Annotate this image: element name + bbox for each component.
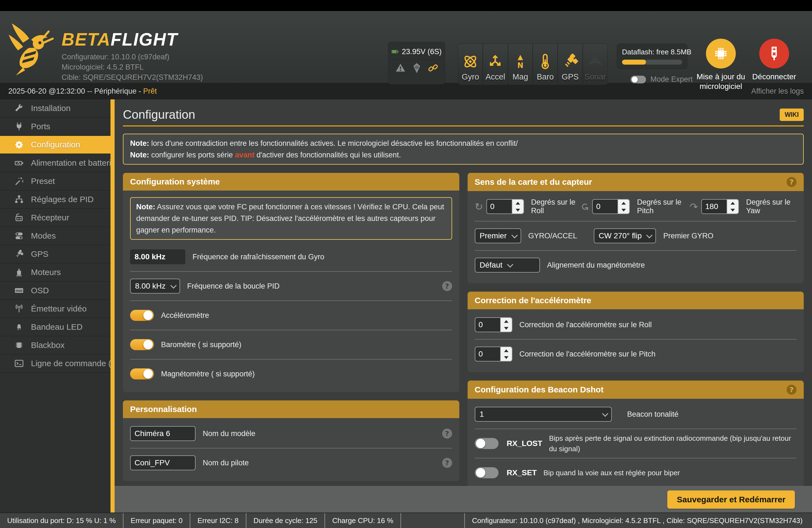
barometer-toggle[interactable] [130, 339, 154, 350]
help-icon[interactable]: ? [442, 281, 452, 291]
sidebar-item-label: Modes [31, 231, 56, 240]
led-icon [14, 322, 24, 332]
panel-header: Configuration système [123, 173, 459, 191]
gyro-frequency-row: 8.00 kHz Fréquence de rafraîchissement d… [130, 243, 452, 272]
stepper-arrows[interactable] [618, 200, 629, 214]
sidebar-item-cli[interactable]: Ligne de commande (CLI) [0, 355, 111, 373]
sidebar-item-led-strip[interactable]: Bandeau LED [0, 318, 111, 336]
usb-disconnect-icon [766, 46, 782, 62]
sidebar-item-receiver[interactable]: Récepteur [0, 209, 111, 227]
disconnect-button[interactable]: Déconnecter [742, 39, 806, 82]
stepper-arrows[interactable] [512, 200, 523, 214]
stepper-arrows[interactable] [727, 200, 738, 214]
note-line-2: Note: configurer les ports série avant d… [130, 149, 797, 161]
firmware-version: Micrologiciel: 4.5.2 BTFL [62, 62, 203, 72]
gps-icon [562, 53, 579, 70]
warning-icon[interactable] [395, 62, 406, 73]
app-header: BETAFLIGHT Configurateur: 10.10.0 (c97de… [0, 11, 812, 83]
sidebar-item-ports[interactable]: Ports [0, 118, 111, 136]
roll-degrees-stepper[interactable]: 0 [487, 199, 524, 214]
first-gyro-select[interactable]: CW 270° flip [594, 229, 656, 243]
sidebar-item-blackbox[interactable]: Blackbox [0, 336, 111, 355]
beacon-rx-set-toggle[interactable] [475, 467, 498, 478]
link-icon[interactable] [427, 62, 439, 73]
betaflight-logo: BETAFLIGHT Configurateur: 10.10.0 (c97de… [8, 22, 203, 83]
plug-icon [14, 122, 24, 131]
sidebar-item-pid-tuning[interactable]: Réglages de PID [0, 191, 111, 209]
accel-trim-roll-row: 0 Correction de l'accéléromètre sur le R… [475, 310, 797, 340]
sidebar-item-label: Preset [31, 176, 55, 186]
gear-icon [14, 140, 24, 149]
svg-text:N: N [517, 61, 523, 70]
baro-icon [537, 53, 554, 70]
sidebar-item-label: Émetteur vidéo [31, 304, 87, 313]
help-icon[interactable]: ? [442, 458, 452, 468]
accelerometer-toggle[interactable] [130, 310, 154, 321]
wiki-button[interactable]: WIKI [780, 108, 804, 121]
gyro-alignment-row: Premier GYRO/ACCEL CW 270° flip Premier … [475, 221, 797, 251]
mag-alignment-select[interactable]: Défaut [475, 258, 540, 273]
beacon-tone-select[interactable]: 1 [475, 407, 612, 422]
accel-trim-pitch-stepper[interactable]: 0 [475, 347, 512, 362]
chevron-down-icon [511, 232, 518, 239]
gyro-icon [462, 53, 479, 70]
firmware-flasher-circle[interactable] [706, 39, 736, 69]
battery-icon [392, 47, 398, 57]
dshot-beacon-panel: Configuration des Beacon Dshot? 1 Beacon… [468, 381, 804, 487]
support-icon[interactable] [411, 62, 422, 73]
disconnect-circle[interactable] [759, 39, 789, 69]
pitch-degrees-stepper[interactable]: 0 [592, 199, 630, 214]
help-icon[interactable]: ? [787, 385, 797, 395]
sidebar-item-osd[interactable]: OSD OSD [0, 282, 111, 300]
sidebar-resize-divider[interactable] [111, 99, 115, 513]
help-icon[interactable]: ? [787, 177, 797, 187]
pilot-name-input[interactable] [130, 455, 195, 470]
help-icon[interactable]: ? [442, 429, 452, 439]
personalization-panel: Personnalisation Nom du modèle ? Nom du … [123, 400, 459, 481]
motor-icon [14, 268, 24, 277]
accelerometer-trim-panel: Correction de l'accéléromètre 0 Correcti… [468, 292, 804, 372]
gyro-accel-select[interactable]: Premier [475, 229, 521, 243]
logo-beta: BETA [62, 30, 111, 49]
sidebar-item-video-transmitter[interactable]: Émetteur vidéo [0, 300, 111, 318]
sidebar-item-configuration[interactable]: Configuration [0, 136, 111, 154]
sidebar-item-gps[interactable]: GPS [0, 245, 111, 263]
receiver-icon [14, 213, 24, 222]
dataflash-progress-fill [622, 60, 646, 64]
main-scroll-area[interactable]: Configuration WIKI Note: lors d'une cont… [115, 99, 812, 487]
beacon-rx-lost-toggle[interactable] [475, 438, 498, 449]
sensor-baro: Baro [533, 44, 558, 85]
sidebar-item-motors[interactable]: Moteurs [0, 263, 111, 282]
system-note-box: Note: Assurez vous que votre FC peut fon… [130, 197, 452, 240]
sensor-sonar-label: Sonar [584, 72, 606, 82]
chip-icon [14, 340, 24, 350]
svg-text:OSD: OSD [15, 289, 23, 292]
left-column: Configuration système Note: Assurez vous… [123, 173, 459, 487]
model-name-input[interactable] [130, 426, 195, 441]
sidebar-item-label: Moteurs [31, 268, 61, 277]
accel-trim-roll-stepper[interactable]: 0 [475, 317, 512, 332]
gyro-frequency-value: 8.00 kHz [130, 249, 185, 264]
sensor-accel-label: Accel [485, 72, 505, 82]
sidebar-item-power-battery[interactable]: Alimentation et batterie [0, 154, 111, 172]
show-logs-button[interactable]: Afficher les logs [751, 87, 804, 96]
logo-text: BETAFLIGHT Configurateur: 10.10.0 (c97de… [62, 22, 203, 83]
footer-version-info: Configurateur: 10.10.0 (c97deaf) , Micro… [464, 513, 812, 528]
sidebar-item-preset[interactable]: Preset [0, 172, 111, 191]
sidebar-item-installation[interactable]: Installation [0, 99, 111, 118]
page-title: Configuration [123, 108, 780, 121]
battery-icon [14, 158, 24, 167]
terminal-icon [14, 359, 24, 368]
stepper-arrows[interactable] [500, 347, 512, 361]
magnetometer-toggle[interactable] [130, 368, 154, 379]
sensor-accel: Accel [483, 44, 508, 85]
mag-alignment-row: Défaut Alignement du magnétomètre [475, 251, 797, 279]
pid-frequency-select[interactable]: 8.00 kHz [130, 279, 180, 294]
roll-axis-icon: ↻ [475, 201, 483, 212]
sidebar-item-modes[interactable]: Modes [0, 227, 111, 245]
save-reboot-button[interactable]: Sauvegarder et Redémarrer [667, 490, 795, 509]
expert-mode-toggle[interactable] [630, 76, 646, 84]
yaw-degrees-stepper[interactable]: 180 [701, 199, 739, 214]
stepper-arrows[interactable] [500, 318, 512, 332]
pid-loop-frequency-row: 8.00 kHz Fréquence de la boucle PID ? [130, 272, 452, 301]
